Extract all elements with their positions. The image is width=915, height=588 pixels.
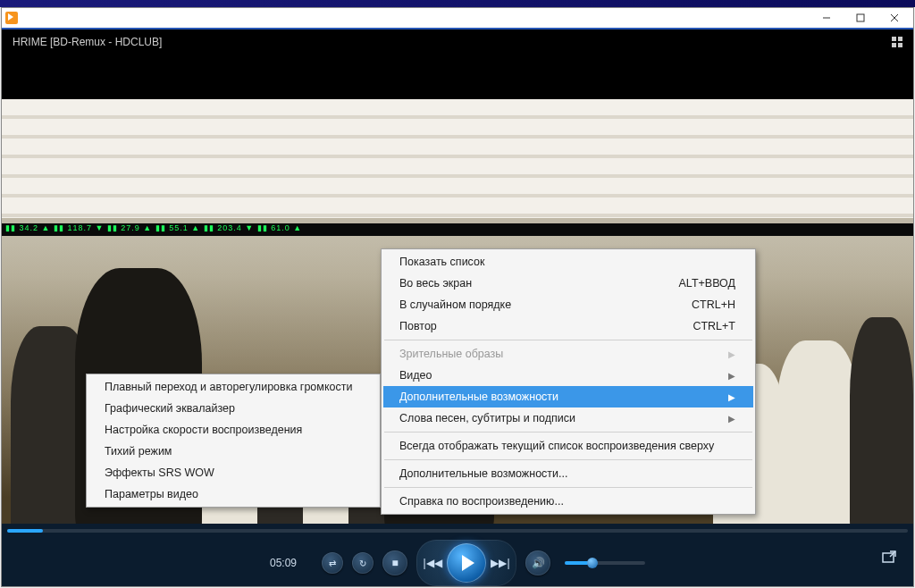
previous-button[interactable]: |◀◀ — [420, 550, 445, 575]
stock-ticker: ▮▮ 34.2 ▲ ▮▮ 118.7 ▼ ▮▮ 27.9 ▲ ▮▮ 55.1 ▲… — [2, 223, 913, 236]
menu-item-always-on-top[interactable]: Всегда отображать текущий список воспрои… — [383, 435, 753, 457]
media-player-window: HRIME [BD-Remux - HDCLUB] ▮▮ 34.2 ▲ ▮▮ 1… — [1, 7, 914, 587]
enhancements-submenu: Плавный переход и авторегулировка громко… — [86, 374, 381, 508]
repeat-button[interactable]: ↻ — [352, 552, 374, 574]
switch-to-library-button[interactable] — [879, 547, 899, 567]
seek-bar[interactable] — [7, 529, 908, 533]
play-button[interactable] — [447, 543, 486, 583]
menu-separator — [384, 487, 752, 488]
minimize-button[interactable] — [810, 8, 844, 28]
menu-item-more-options[interactable]: Дополнительные возможности... — [383, 463, 753, 484]
elapsed-time: 05:09 — [270, 557, 297, 569]
menu-item-help[interactable]: Справка по воспроизведению... — [383, 491, 753, 512]
app-icon — [5, 12, 18, 24]
seek-fill — [7, 529, 43, 533]
menu-item-equalizer[interactable]: Графический эквалайзер — [88, 398, 378, 419]
volume-thumb[interactable] — [587, 558, 598, 568]
mute-button[interactable]: 🔊 — [525, 550, 550, 575]
volume-slider[interactable] — [565, 561, 645, 565]
menu-item-visualizations: Зрительные образы▶ — [383, 343, 753, 365]
browser-tab-strip — [0, 0, 915, 7]
menu-item-shuffle[interactable]: В случайном порядкеCTRL+H — [383, 294, 753, 315]
titlebar — [2, 8, 913, 28]
view-grid-icon[interactable] — [892, 37, 902, 47]
video-title-bar: HRIME [BD-Remux - HDCLUB] — [2, 29, 913, 55]
menu-item-crossfade[interactable]: Плавный переход и авторегулировка громко… — [88, 376, 378, 398]
menu-item-repeat[interactable]: ПовторCTRL+T — [383, 315, 753, 337]
playback-controls: 05:09 ⇄ ↻ ■ |◀◀ ▶▶| 🔊 — [2, 524, 913, 586]
menu-separator — [384, 432, 752, 433]
menu-item-lyrics[interactable]: Слова песен, субтитры и подписи▶ — [383, 407, 753, 429]
next-button[interactable]: ▶▶| — [488, 550, 513, 575]
video-title: HRIME [BD-Remux - HDCLUB] — [13, 36, 162, 48]
context-menu: Показать список Во весь экранALT+ВВОД В … — [381, 248, 756, 515]
menu-item-srswow[interactable]: Эффекты SRS WOW — [88, 462, 378, 483]
menu-item-video[interactable]: Видео▶ — [383, 365, 753, 386]
window-controls — [810, 8, 911, 28]
shuffle-button[interactable]: ⇄ — [322, 552, 343, 574]
svg-rect-1 — [857, 14, 864, 21]
menu-item-showlist[interactable]: Показать список — [383, 251, 753, 273]
svg-line-5 — [890, 551, 895, 557]
close-button[interactable] — [877, 8, 911, 28]
menu-item-enhancements[interactable]: Дополнительные возможности▶ — [383, 386, 753, 407]
stop-button[interactable]: ■ — [382, 550, 407, 575]
maximize-button[interactable] — [844, 8, 877, 28]
video-area[interactable]: ▮▮ 34.2 ▲ ▮▮ 118.7 ▼ ▮▮ 27.9 ▲ ▮▮ 55.1 ▲… — [2, 55, 913, 524]
menu-item-quietmode[interactable]: Тихий режим — [88, 441, 378, 462]
transport-pill: |◀◀ ▶▶| — [416, 540, 516, 586]
menu-separator — [384, 459, 752, 460]
menu-item-fullscreen[interactable]: Во весь экранALT+ВВОД — [383, 273, 753, 294]
menu-item-playspeed[interactable]: Настройка скорости воспроизведения — [88, 419, 378, 441]
volume-fill — [565, 561, 589, 565]
menu-item-videosettings[interactable]: Параметры видео — [88, 483, 378, 505]
menu-separator — [384, 340, 752, 340]
